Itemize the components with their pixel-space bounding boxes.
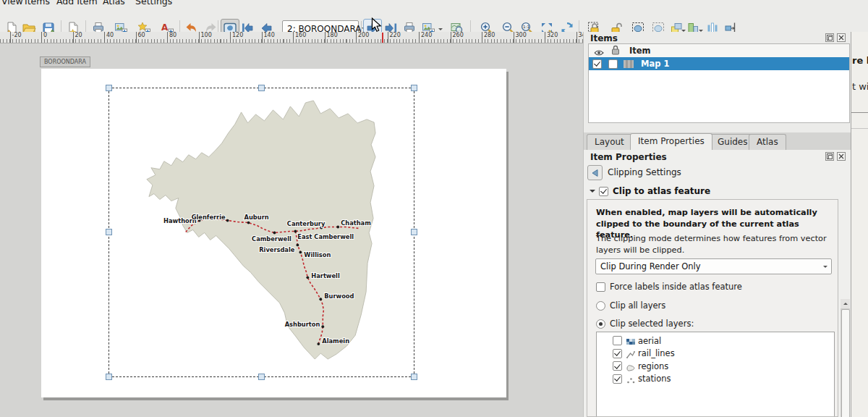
back-button[interactable] xyxy=(587,165,603,180)
station-dot xyxy=(294,230,297,233)
items-panel-float-button[interactable] xyxy=(825,33,834,42)
boroondara-map: HawthornGlenferrieAuburnCamberwellEast C… xyxy=(109,88,414,376)
clipping-help-text: The clipping mode determines how feature… xyxy=(596,233,830,256)
ruler-label: 40 xyxy=(104,32,114,39)
items-row-map1[interactable]: Map 1 xyxy=(589,57,849,70)
layer-name: stations xyxy=(638,374,671,384)
force-labels-checkbox[interactable] xyxy=(596,282,605,292)
map-handle-nw[interactable] xyxy=(106,85,112,91)
properties-scrollbar[interactable] xyxy=(841,299,850,417)
layer-row-stations[interactable]: stations xyxy=(597,373,834,386)
force-labels-label: Force labels inside atlas feature xyxy=(610,282,742,292)
clip-to-atlas-group-header[interactable]: Clip to atlas feature xyxy=(584,183,839,199)
station-dot xyxy=(306,276,309,279)
station-label: Ashburton xyxy=(285,321,320,328)
clip-all-layers-option[interactable]: Clip all layers xyxy=(596,300,665,311)
item-properties-title: Item Properties xyxy=(590,152,667,162)
collapse-arrow-icon[interactable] xyxy=(590,190,595,195)
line-layer-icon xyxy=(626,349,636,358)
clipping-mode-combo-arrow[interactable] xyxy=(819,259,831,274)
station-label: Burwood xyxy=(324,292,354,300)
layout-canvas[interactable]: BOROONDARA HawthornGlenferrieAuburnCambe… xyxy=(0,43,583,417)
tab-layout[interactable]: Layout xyxy=(587,134,632,150)
menu-items[interactable]: Items xyxy=(25,0,50,7)
layer-name: rail_lines xyxy=(638,348,675,358)
ruler-label: 320 xyxy=(545,32,558,39)
station-dot xyxy=(336,226,339,229)
menu-atlas[interactable]: Atlas xyxy=(103,0,125,7)
ruler-label: 300 xyxy=(514,32,527,39)
raster-layer-icon xyxy=(626,336,636,345)
map-handle-w[interactable] xyxy=(106,229,112,235)
layer-checkbox[interactable] xyxy=(613,361,622,371)
clip-selected-layers-option[interactable]: Clip selected layers: xyxy=(596,319,694,329)
map-handle-s[interactable] xyxy=(258,374,265,380)
station-dot xyxy=(321,325,324,328)
force-labels-option[interactable]: Force labels inside atlas feature xyxy=(596,282,742,292)
station-label: Chatham xyxy=(341,219,371,227)
station-label: Glenferrie xyxy=(192,214,226,221)
menu-view[interactable]: View xyxy=(1,0,23,7)
item-properties-panel: Item Properties Clipping Settings Clip t… xyxy=(584,150,851,417)
clip-selected-layers-label: Clip selected layers: xyxy=(610,319,694,329)
clipping-mode-value: Clip During Render Only xyxy=(596,261,819,271)
station-dot xyxy=(296,244,299,247)
items-row-label: Map 1 xyxy=(641,59,669,69)
region-polygon xyxy=(147,101,375,359)
station-dot xyxy=(317,342,320,345)
tab-atlas[interactable]: Atlas xyxy=(749,134,786,150)
tab-item-properties[interactable]: Item Properties xyxy=(630,133,712,150)
lock-column-lock-icon xyxy=(610,44,621,58)
layer-row-aerial[interactable]: aerial xyxy=(597,334,834,348)
map-handle-e[interactable] xyxy=(411,229,417,235)
fragment-text-1: re le xyxy=(852,55,868,66)
horizontal-ruler: -200204060801001201401601802002202402602… xyxy=(0,32,583,43)
ruler-label: 100 xyxy=(199,32,212,39)
station-dot xyxy=(273,232,276,235)
station-label: Riversdale xyxy=(259,246,295,253)
scrollbar-thumb[interactable] xyxy=(841,309,850,417)
ruler-label: 20 xyxy=(73,32,82,39)
clip-to-atlas-checkbox[interactable] xyxy=(599,187,608,196)
items-tree[interactable]: Item Map 1 xyxy=(588,43,850,123)
map-handle-se[interactable] xyxy=(411,374,417,380)
ruler-label: 60 xyxy=(136,32,145,39)
station-dot xyxy=(299,251,302,254)
ruler-label: 260 xyxy=(451,32,464,39)
map-handle-n[interactable] xyxy=(258,85,265,91)
ruler-cursor-indicator xyxy=(382,33,383,43)
menu-settings[interactable]: Settings xyxy=(135,0,172,7)
ruler-label: 180 xyxy=(325,32,338,39)
clipping-mode-combo[interactable]: Clip During Render Only xyxy=(595,258,832,274)
item-properties-close-button[interactable] xyxy=(837,152,846,161)
fragment-text-2: t wil xyxy=(852,81,868,92)
layer-checkbox[interactable] xyxy=(613,336,622,345)
map-item[interactable]: HawthornGlenferrieAuburnCamberwellEast C… xyxy=(109,88,414,377)
layer-row-rail_lines[interactable]: rail_lines xyxy=(597,348,834,361)
station-label: Willison xyxy=(304,251,331,258)
menu-add-item[interactable]: Add Item xyxy=(56,0,98,7)
layer-checkbox[interactable] xyxy=(613,374,622,384)
station-label: Camberwell xyxy=(252,235,292,243)
layer-name: regions xyxy=(638,361,668,371)
item-column-header: Item xyxy=(629,46,651,56)
ruler-label: 0 xyxy=(41,32,47,39)
items-panel-close-button[interactable] xyxy=(837,33,846,42)
clip-all-layers-radio[interactable] xyxy=(596,301,605,311)
items-panel-title: Items xyxy=(590,33,618,43)
section-title: Clipping Settings xyxy=(608,167,681,177)
menu-bar: View Items Add Item Atlas Settings xyxy=(0,0,868,7)
ruler-label: 220 xyxy=(388,32,401,39)
map-handle-sw[interactable] xyxy=(106,374,112,380)
ruler-label: 160 xyxy=(293,32,306,39)
item-properties-float-button[interactable] xyxy=(825,152,834,161)
map-handle-ne[interactable] xyxy=(411,85,417,91)
svg-text:A: A xyxy=(161,22,169,33)
clip-layers-list[interactable]: aerialrail_linesregionsstations xyxy=(596,332,835,417)
layer-checkbox[interactable] xyxy=(613,349,622,358)
layer-row-regions[interactable]: regions xyxy=(597,360,834,373)
scrollbar-up-arrow[interactable] xyxy=(841,299,850,308)
map1-lock-checkbox[interactable] xyxy=(608,59,618,69)
map1-visibility-checkbox[interactable] xyxy=(592,59,602,69)
clip-selected-layers-radio[interactable] xyxy=(596,319,605,329)
